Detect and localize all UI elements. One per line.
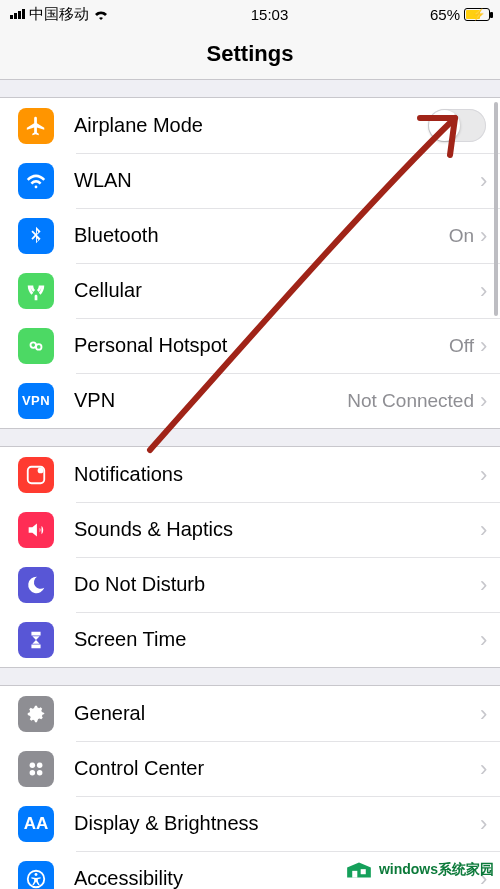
- display-badge-text: AA: [24, 814, 49, 834]
- status-left: 中国移动: [10, 5, 109, 24]
- controlcenter-label: Control Center: [54, 757, 480, 780]
- row-general[interactable]: General ›: [0, 686, 500, 741]
- notifications-label: Notifications: [54, 463, 480, 486]
- accessibility-icon: [18, 861, 54, 890]
- settings-group-network: Airplane Mode WLAN › Bluetooth On › Cell…: [0, 97, 500, 429]
- cellular-icon: [18, 273, 54, 309]
- row-display[interactable]: AA Display & Brightness ›: [0, 796, 500, 851]
- screentime-label: Screen Time: [54, 628, 480, 651]
- watermark-text: windows系统家园: [379, 861, 494, 879]
- svg-rect-8: [352, 871, 357, 878]
- cellular-signal-icon: [10, 9, 25, 19]
- general-icon: [18, 696, 54, 732]
- bluetooth-icon: [18, 218, 54, 254]
- bluetooth-value: On: [449, 225, 480, 247]
- page-title: Settings: [207, 41, 294, 67]
- airplane-switch[interactable]: [428, 109, 486, 142]
- svg-point-7: [35, 872, 38, 875]
- display-icon: AA: [18, 806, 54, 842]
- settings-screen: 中国移动 15:03 65% ⚡ Settings Airplane Mode: [0, 0, 500, 889]
- battery-percentage: 65%: [430, 6, 460, 23]
- airplane-label: Airplane Mode: [54, 114, 428, 137]
- svg-point-2: [30, 762, 35, 768]
- hotspot-icon: [18, 328, 54, 364]
- row-notifications[interactable]: Notifications ›: [0, 447, 500, 502]
- chevron-icon: ›: [480, 627, 500, 653]
- watermark: windows系统家园: [342, 859, 494, 881]
- dnd-label: Do Not Disturb: [54, 573, 480, 596]
- settings-group-notifications: Notifications › Sounds & Haptics › Do No…: [0, 446, 500, 668]
- cellular-label: Cellular: [54, 279, 480, 302]
- sounds-icon: [18, 512, 54, 548]
- bluetooth-label: Bluetooth: [54, 224, 449, 247]
- clock: 15:03: [251, 6, 289, 23]
- row-dnd[interactable]: Do Not Disturb ›: [0, 557, 500, 612]
- row-hotspot[interactable]: Personal Hotspot Off ›: [0, 318, 500, 373]
- row-screentime[interactable]: Screen Time ›: [0, 612, 500, 667]
- chevron-icon: ›: [480, 517, 500, 543]
- svg-rect-9: [361, 869, 366, 874]
- general-label: General: [54, 702, 480, 725]
- status-bar: 中国移动 15:03 65% ⚡: [0, 0, 500, 28]
- svg-point-1: [38, 467, 44, 473]
- controlcenter-icon: [18, 751, 54, 787]
- airplane-icon: [18, 108, 54, 144]
- row-controlcenter[interactable]: Control Center ›: [0, 741, 500, 796]
- battery-icon: ⚡: [464, 8, 490, 21]
- vpn-icon: VPN: [18, 383, 54, 419]
- wlan-icon: [18, 163, 54, 199]
- svg-rect-3: [37, 762, 42, 768]
- wlan-label: WLAN: [54, 169, 480, 192]
- sounds-label: Sounds & Haptics: [54, 518, 480, 541]
- wifi-icon: [93, 6, 109, 23]
- svg-rect-4: [30, 769, 35, 775]
- row-sounds[interactable]: Sounds & Haptics ›: [0, 502, 500, 557]
- status-right: 65% ⚡: [430, 6, 490, 23]
- row-airplane-mode[interactable]: Airplane Mode: [0, 98, 500, 153]
- row-vpn[interactable]: VPN VPN Not Connected ›: [0, 373, 500, 428]
- display-label: Display & Brightness: [54, 812, 480, 835]
- header: Settings: [0, 28, 500, 80]
- row-bluetooth[interactable]: Bluetooth On ›: [0, 208, 500, 263]
- hotspot-label: Personal Hotspot: [54, 334, 449, 357]
- carrier-label: 中国移动: [29, 5, 89, 24]
- chevron-icon: ›: [480, 333, 500, 359]
- chevron-icon: ›: [480, 388, 500, 414]
- chevron-icon: ›: [480, 462, 500, 488]
- chevron-icon: ›: [480, 701, 500, 727]
- dnd-icon: [18, 567, 54, 603]
- chevron-icon: ›: [480, 756, 500, 782]
- chevron-icon: ›: [480, 811, 500, 837]
- row-wlan[interactable]: WLAN ›: [0, 153, 500, 208]
- screentime-icon: [18, 622, 54, 658]
- svg-point-5: [37, 769, 42, 775]
- hotspot-value: Off: [449, 335, 480, 357]
- chevron-icon: ›: [480, 572, 500, 598]
- vpn-label: VPN: [54, 389, 347, 412]
- vpn-badge-text: VPN: [22, 393, 50, 408]
- notifications-icon: [18, 457, 54, 493]
- row-cellular[interactable]: Cellular ›: [0, 263, 500, 318]
- vpn-value: Not Connected: [347, 390, 480, 412]
- scroll-indicator: [494, 102, 498, 316]
